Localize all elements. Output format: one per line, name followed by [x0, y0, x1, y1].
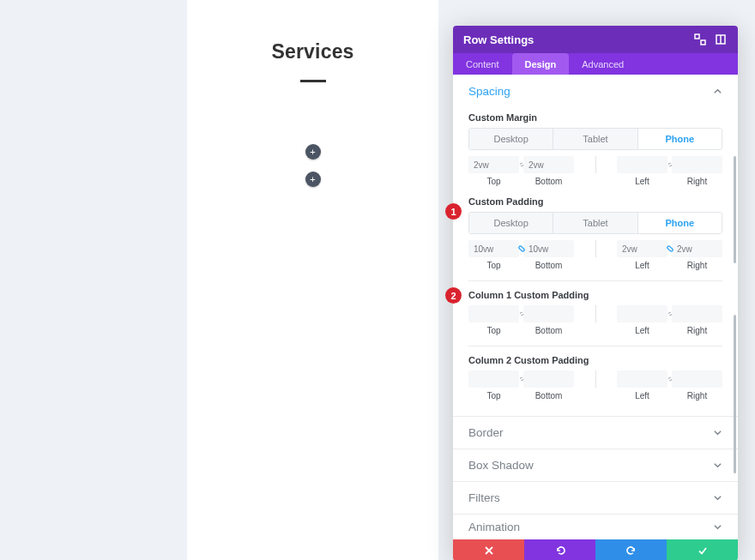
device-desktop[interactable]: Desktop: [469, 129, 553, 149]
divider: [595, 156, 596, 173]
callout-badge-1: 1: [445, 203, 462, 220]
device-phone[interactable]: Phone: [637, 129, 722, 149]
save-button[interactable]: [667, 539, 738, 560]
chevron-down-icon: [713, 522, 722, 532]
margin-right-input[interactable]: [672, 156, 722, 173]
divider: [595, 240, 596, 257]
section-label: Box Shadow: [468, 459, 713, 472]
section-box-shadow[interactable]: Box Shadow: [453, 449, 738, 481]
page-canvas: Services + +: [187, 0, 438, 560]
col2-bottom-input[interactable]: [523, 370, 574, 388]
label-bottom: Bottom: [535, 326, 563, 335]
group-custom-padding: Custom Padding: [468, 196, 722, 207]
callout-badge-2: 2: [445, 287, 462, 304]
padding-inputs: Top Bottom Left Right: [468, 240, 722, 270]
label-right: Right: [687, 391, 707, 400]
section-spacing[interactable]: Spacing: [453, 75, 738, 107]
label-right: Right: [687, 326, 707, 335]
link-icon[interactable]: [515, 156, 528, 173]
chevron-down-icon: [713, 493, 722, 503]
title-divider: [300, 80, 326, 82]
margin-left-input[interactable]: [617, 156, 667, 173]
expand-icon[interactable]: [693, 33, 707, 46]
padding-top-input[interactable]: [468, 240, 519, 257]
panel-title: Row Settings: [463, 33, 686, 46]
link-icon[interactable]: [663, 305, 676, 322]
link-icon[interactable]: [663, 240, 676, 257]
margin-inputs: Top Bottom Left Right: [468, 156, 722, 186]
add-module-stack: + +: [187, 144, 438, 187]
tab-design[interactable]: Design: [512, 53, 570, 75]
link-icon[interactable]: [515, 240, 528, 257]
margin-top-input[interactable]: [468, 156, 519, 173]
device-tablet[interactable]: Tablet: [553, 129, 637, 149]
panel-header[interactable]: Row Settings: [453, 26, 738, 53]
scrollbar[interactable]: [734, 315, 736, 473]
tab-advanced[interactable]: Advanced: [569, 53, 637, 75]
col2-top-input[interactable]: [468, 370, 519, 388]
chevron-up-icon: [713, 87, 722, 96]
padding-left-input[interactable]: [617, 240, 667, 257]
col1-top-input[interactable]: [468, 305, 519, 322]
label-top: Top: [486, 326, 500, 335]
device-phone[interactable]: Phone: [637, 213, 722, 233]
cancel-button[interactable]: [453, 539, 524, 560]
svg-rect-1: [701, 40, 705, 45]
snap-icon[interactable]: [714, 33, 728, 46]
svg-rect-0: [695, 34, 699, 39]
section-label: Spacing: [468, 85, 713, 98]
device-tabs-margin: Desktop Tablet Phone: [468, 128, 722, 150]
panel-tabs: Content Design Advanced: [453, 53, 738, 75]
label-top: Top: [486, 261, 500, 270]
label-bottom: Bottom: [535, 261, 563, 270]
label-right: Right: [687, 261, 707, 270]
label-left: Left: [635, 261, 649, 270]
col1-right-input[interactable]: [672, 305, 722, 322]
add-module-button[interactable]: +: [305, 144, 321, 160]
section-border[interactable]: Border: [453, 416, 738, 449]
link-icon[interactable]: [515, 370, 528, 388]
divider: [468, 346, 722, 346]
col1-left-input[interactable]: [617, 305, 667, 322]
section-filters[interactable]: Filters: [453, 481, 738, 514]
label-top: Top: [486, 391, 500, 400]
undo-button[interactable]: [524, 539, 595, 560]
divider: [595, 370, 596, 388]
divider: [468, 280, 722, 281]
col1-padding-inputs: Top Bottom Left Right: [468, 305, 722, 335]
padding-bottom-input[interactable]: [523, 240, 574, 257]
group-custom-margin: Custom Margin: [468, 112, 722, 123]
scrollbar[interactable]: [734, 156, 736, 263]
chevron-down-icon: [713, 461, 722, 470]
row-settings-panel: Row Settings Content Design Advanced Spa…: [453, 26, 738, 560]
label-bottom: Bottom: [535, 177, 563, 186]
device-tabs-padding: Desktop Tablet Phone: [468, 212, 722, 234]
device-tablet[interactable]: Tablet: [553, 213, 637, 233]
add-module-button[interactable]: +: [305, 172, 321, 187]
chevron-down-icon: [713, 428, 722, 437]
section-animation[interactable]: Animation: [453, 514, 738, 539]
section-label: Border: [468, 426, 713, 439]
link-icon[interactable]: [663, 156, 676, 173]
label-right: Right: [687, 177, 707, 186]
group-col1-padding: Column 1 Custom Padding: [468, 290, 722, 300]
section-label: Filters: [468, 491, 713, 504]
group-col2-padding: Column 2 Custom Padding: [468, 355, 722, 365]
spacing-body: Custom Margin Desktop Tablet Phone 1 Top…: [453, 112, 738, 416]
col2-padding-inputs: Top Bottom Left Right: [468, 370, 722, 400]
link-icon[interactable]: [515, 305, 528, 322]
col2-left-input[interactable]: [617, 370, 667, 388]
redo-button[interactable]: [595, 539, 667, 560]
col2-right-input[interactable]: [672, 370, 722, 388]
tab-content[interactable]: Content: [453, 53, 512, 75]
margin-bottom-input[interactable]: [523, 156, 574, 173]
padding-right-input[interactable]: [672, 240, 722, 257]
label-left: Left: [635, 177, 649, 186]
label-bottom: Bottom: [535, 391, 563, 400]
device-desktop[interactable]: Desktop: [469, 213, 553, 233]
panel-body: Spacing Custom Margin Desktop Tablet Pho…: [453, 75, 738, 539]
divider: [595, 305, 596, 322]
col1-bottom-input[interactable]: [523, 305, 574, 322]
link-icon[interactable]: [663, 370, 676, 388]
label-top: Top: [486, 177, 500, 186]
